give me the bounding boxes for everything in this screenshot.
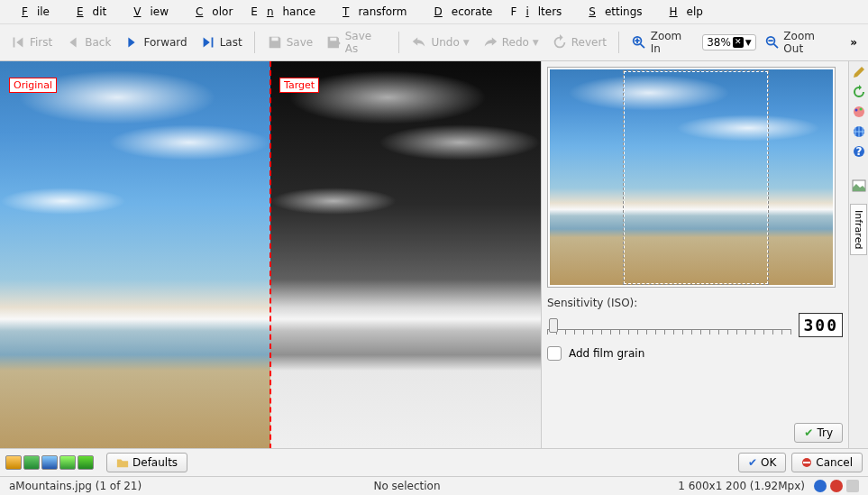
alert-icon[interactable] bbox=[830, 480, 843, 492]
cancel-button[interactable]: Cancel bbox=[791, 453, 863, 472]
revert-button[interactable]: Revert bbox=[547, 32, 611, 53]
refresh-icon[interactable] bbox=[852, 85, 866, 99]
target-image bbox=[270, 61, 541, 448]
redo-icon bbox=[482, 34, 498, 50]
status-file: aMountains.jpg (1 of 21) bbox=[9, 480, 274, 492]
preview[interactable] bbox=[547, 67, 836, 288]
status-dimensions: 1 600x1 200 (1.92Mpx) bbox=[540, 480, 814, 492]
redo-label: Redo bbox=[502, 36, 529, 49]
menu-help[interactable]: Help bbox=[652, 2, 712, 22]
zoom-level[interactable]: 38% ✕ ▼ bbox=[702, 34, 756, 50]
menu-color[interactable]: Color bbox=[178, 2, 242, 22]
slider-thumb[interactable] bbox=[549, 318, 558, 333]
try-label: Try bbox=[817, 426, 833, 439]
last-icon bbox=[200, 34, 216, 50]
zoom-in-icon bbox=[631, 34, 647, 50]
preset-5[interactable] bbox=[78, 455, 94, 470]
back-button[interactable]: Back bbox=[60, 32, 115, 53]
zoom-out-label: Zoom Out bbox=[783, 30, 836, 55]
ok-label: OK bbox=[761, 456, 776, 469]
zoom-out-button[interactable]: Zoom Out bbox=[760, 27, 842, 58]
preset-2[interactable] bbox=[23, 455, 40, 470]
menu-enhance[interactable]: Enhance bbox=[242, 2, 324, 22]
cancel-label: Cancel bbox=[816, 456, 853, 469]
back-label: Back bbox=[85, 36, 111, 49]
selection-box[interactable] bbox=[624, 71, 768, 284]
redo-button[interactable]: Redo ▼ bbox=[478, 32, 544, 53]
check-icon: ✔ bbox=[804, 426, 813, 439]
menu-view[interactable]: View bbox=[115, 2, 178, 22]
sensitivity-value[interactable]: 300 bbox=[799, 313, 843, 337]
chevron-down-icon: ▼ bbox=[463, 38, 470, 47]
chevron-down-icon: ▼ bbox=[533, 38, 539, 47]
defaults-button[interactable]: Defaults bbox=[106, 453, 187, 472]
monitor-icon[interactable] bbox=[846, 480, 859, 492]
globe-icon[interactable] bbox=[852, 124, 866, 139]
first-button[interactable]: First bbox=[5, 32, 57, 53]
forward-icon bbox=[123, 34, 140, 50]
undo-button[interactable]: Undo ▼ bbox=[407, 32, 473, 53]
save-icon bbox=[267, 34, 283, 50]
split-divider[interactable] bbox=[270, 61, 271, 448]
zoom-value: 38% bbox=[707, 36, 731, 49]
controls: Sensitivity (ISO): 300 Add film grain ✔ … bbox=[542, 61, 848, 448]
svg-point-2 bbox=[854, 106, 864, 117]
canvas[interactable]: Original Target bbox=[0, 61, 541, 448]
chevron-down-icon[interactable]: ▼ bbox=[745, 38, 752, 47]
save-as-label: Save As bbox=[345, 30, 388, 55]
zoom-in-button[interactable]: Zoom In bbox=[626, 27, 699, 58]
image-icon[interactable] bbox=[852, 179, 866, 193]
last-button[interactable]: Last bbox=[196, 32, 247, 53]
try-button[interactable]: ✔ Try bbox=[794, 423, 843, 443]
svg-point-4 bbox=[859, 108, 862, 111]
revert-icon bbox=[552, 34, 568, 50]
menu-transform[interactable]: Transform bbox=[324, 2, 416, 22]
toolbar: First Back Forward Last Save Save As Und… bbox=[0, 24, 868, 61]
forward-label: Forward bbox=[143, 36, 187, 49]
save-button[interactable]: Save bbox=[262, 32, 317, 53]
toolbar-overflow[interactable]: » bbox=[845, 36, 863, 49]
undo-icon bbox=[411, 34, 427, 50]
first-label: First bbox=[30, 36, 52, 49]
help-icon[interactable]: ? bbox=[852, 144, 866, 159]
preset-3[interactable] bbox=[41, 455, 58, 470]
side-panel: Sensitivity (ISO): 300 Add film grain ✔ … bbox=[541, 61, 868, 448]
svg-point-3 bbox=[854, 109, 857, 112]
revert-label: Revert bbox=[571, 36, 607, 49]
ok-button[interactable]: ✔ OK bbox=[738, 453, 786, 472]
main-area: Original Target Sensitivity (ISO): bbox=[0, 61, 868, 448]
save-label: Save bbox=[287, 36, 313, 49]
preset-4[interactable] bbox=[59, 455, 76, 470]
status-bar: aMountains.jpg (1 of 21) No selection 1 … bbox=[0, 476, 868, 495]
last-label: Last bbox=[220, 36, 242, 49]
menu-settings[interactable]: Settings bbox=[571, 2, 651, 22]
preset-1[interactable] bbox=[5, 455, 22, 470]
save-as-icon bbox=[325, 34, 342, 50]
sensitivity-slider[interactable] bbox=[547, 316, 791, 335]
check-icon: ✔ bbox=[748, 456, 757, 469]
back-icon bbox=[65, 34, 81, 50]
save-as-button[interactable]: Save As bbox=[321, 27, 391, 58]
status-selection: No selection bbox=[274, 480, 539, 492]
sensitivity-label: Sensitivity (ISO): bbox=[547, 297, 637, 309]
film-grain-checkbox[interactable] bbox=[547, 346, 562, 361]
original-label: Original bbox=[9, 78, 57, 93]
palette-icon[interactable] bbox=[852, 105, 866, 119]
svg-rect-10 bbox=[803, 462, 810, 463]
info-icon[interactable] bbox=[814, 480, 827, 492]
svg-text:?: ? bbox=[855, 145, 862, 158]
zoom-out-icon bbox=[764, 34, 781, 50]
menu-filters[interactable]: Filters bbox=[501, 2, 571, 22]
zoom-in-label: Zoom In bbox=[651, 30, 694, 55]
undo-label: Undo bbox=[431, 36, 459, 49]
folder-icon bbox=[116, 456, 129, 469]
infrared-tab[interactable]: Infrared bbox=[850, 204, 867, 255]
menu-edit[interactable]: Edit bbox=[59, 2, 115, 22]
clear-icon[interactable]: ✕ bbox=[733, 37, 744, 48]
cancel-icon bbox=[801, 457, 812, 468]
forward-button[interactable]: Forward bbox=[119, 32, 191, 53]
menu-decorate[interactable]: Decorate bbox=[416, 2, 502, 22]
menu-file[interactable]: File bbox=[4, 2, 59, 22]
pencil-icon[interactable] bbox=[852, 65, 866, 79]
bottom-bar: Defaults ✔ OK Cancel bbox=[0, 448, 868, 476]
